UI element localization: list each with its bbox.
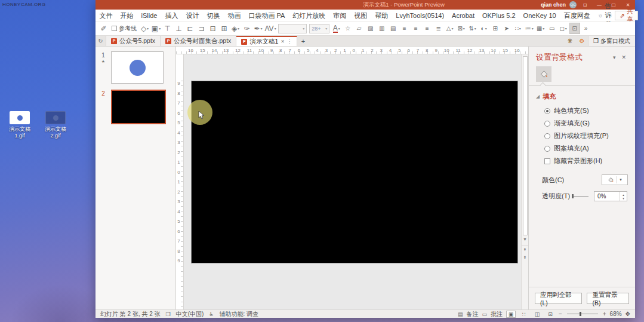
align-text-right-icon[interactable]: ≡	[422, 23, 433, 34]
fill-tab-button[interactable]	[536, 66, 551, 82]
tab-close-icon[interactable]: ✕	[281, 39, 285, 44]
vertical-ruler[interactable]: 9876543210123456789	[176, 54, 184, 309]
align-text-center-icon[interactable]: ≡	[411, 23, 421, 34]
menu-file[interactable]: 文件	[95, 10, 116, 22]
theme-colors-icon[interactable]: ◐	[479, 23, 489, 34]
radio-solid-fill[interactable]: 纯色填充(S)	[529, 105, 635, 117]
slider-handle[interactable]	[572, 194, 574, 198]
table-icon[interactable]: ⊞	[490, 23, 501, 34]
bring-forward-icon[interactable]: ▱	[354, 23, 365, 34]
hide-background-checkbox[interactable]: 隐藏背景图形(H)	[529, 155, 635, 167]
user-name[interactable]: qian chen	[541, 2, 566, 8]
new-window-icon[interactable]: ◻	[558, 23, 569, 34]
menu-pocket-animation[interactable]: 口袋动画 PA	[245, 10, 289, 22]
gear-icon[interactable]: ⚙	[576, 36, 588, 46]
text-box-icon[interactable]: ▣	[151, 23, 162, 34]
radio-gradient-fill[interactable]: 渐变填充(G)	[529, 117, 635, 130]
overflow-icon[interactable]: »	[581, 23, 591, 34]
transparency-spinner[interactable]: 0% ▴ ▾	[594, 191, 627, 201]
slideshow-view-icon[interactable]: ⊡	[546, 311, 555, 317]
slide-thumbnail-2[interactable]: 2	[95, 90, 175, 124]
reading-view-icon[interactable]: ◫	[532, 311, 542, 317]
menu-transitions[interactable]: 切换	[203, 10, 224, 22]
shapes-icon[interactable]: ◇	[140, 23, 150, 34]
scrollbar-thumb[interactable]	[523, 56, 528, 235]
tab-yanshiwengao1[interactable]: P 演示文稿1 ✕ ⋮	[236, 36, 297, 46]
numbering-icon[interactable]: ≔	[524, 23, 535, 34]
shape-outline-icon[interactable]: △	[445, 23, 455, 34]
tab-gongzhonghao-cover[interactable]: P 公众号封面集合.pptx	[161, 36, 236, 46]
selection-icon[interactable]: ➤	[501, 23, 512, 34]
panel-collapse-icon[interactable]: ▾	[610, 54, 619, 60]
slide-sorter-view-icon[interactable]: ∷	[519, 311, 529, 317]
format-painter-icon[interactable]: ✐	[98, 23, 109, 34]
shape-fill-icon[interactable]: ◈	[230, 23, 241, 34]
notes-toggle[interactable]: 备注	[466, 310, 478, 318]
zoom-out-icon[interactable]: −	[559, 311, 562, 317]
bug-icon[interactable]: ❋	[564, 36, 576, 46]
previous-slide-icon[interactable]: ⇞	[522, 246, 529, 253]
slide-thumbnail[interactable]	[111, 90, 166, 124]
reset-background-button[interactable]: 重置背景(B)	[587, 293, 629, 304]
apply-to-all-button[interactable]: 应用到全部(L)	[535, 293, 582, 304]
tab-history-icon[interactable]: ↻	[95, 36, 106, 46]
zoom-slider-handle[interactable]	[580, 312, 581, 316]
font-color-icon[interactable]: A	[331, 23, 342, 34]
radio-pattern-fill[interactable]: 图案填充(A)	[529, 142, 635, 155]
desktop-icon-gif1[interactable]: 演示文稿1.gif	[6, 111, 33, 140]
send-backward-icon[interactable]: ▨	[365, 23, 376, 34]
menu-insert[interactable]: 插入	[161, 10, 182, 22]
spellcheck-book-icon[interactable]: ❒	[166, 311, 171, 317]
char-spacing-icon[interactable]: AV	[264, 23, 277, 34]
eyedropper-icon[interactable]: ✑	[242, 23, 252, 34]
multi-window-mode-button[interactable]: ❐ 多窗口模式	[588, 36, 635, 46]
align-right-object-icon[interactable]: ⊐	[196, 23, 207, 34]
slide-thumbnail-1[interactable]: 1 ★	[95, 51, 175, 84]
menu-help[interactable]: 帮助	[371, 10, 392, 22]
align-bottom-icon[interactable]: ⊥	[174, 23, 184, 34]
menu-design[interactable]: 设计	[182, 10, 203, 22]
language-status[interactable]: 中文(中国)	[176, 310, 204, 318]
guides-checkbox[interactable]: 参考线	[112, 24, 137, 33]
menu-lvyhtools[interactable]: LvyhTools(0514)	[392, 10, 448, 22]
slide-2-black-canvas[interactable]	[191, 81, 518, 263]
borders-icon[interactable]: ▦	[535, 23, 546, 34]
menu-view[interactable]: 视图	[350, 10, 371, 22]
fill-color-button[interactable]: ▾	[602, 174, 628, 185]
new-tab-button[interactable]: +	[297, 36, 309, 46]
menu-review[interactable]: 审阅	[329, 10, 350, 22]
vertical-scrollbar[interactable]: ▼ ⇞ ⇟	[521, 54, 528, 309]
distribute-horizontal-icon[interactable]: ⊞	[219, 23, 230, 34]
user-avatar[interactable]: QC	[569, 1, 577, 8]
menu-slideshow[interactable]: 幻灯片放映	[289, 10, 329, 22]
menu-baidu-netdisk[interactable]: 百度网盘	[560, 10, 594, 22]
menu-animations[interactable]: 动画	[224, 10, 245, 22]
align-left-object-icon[interactable]: ⊏	[185, 23, 196, 34]
desktop-icon-gif2[interactable]: 演示文稿2.gif	[42, 111, 69, 140]
ribbon-display-options-icon[interactable]: ⊡	[578, 0, 592, 10]
zoom-in-icon[interactable]: +	[603, 311, 606, 317]
share-button[interactable]: ⇗ 共享	[615, 11, 637, 20]
transparency-value[interactable]: 0%	[594, 193, 620, 200]
menu-islide[interactable]: iSlide	[137, 10, 161, 22]
justify-icon[interactable]: ≣	[433, 23, 444, 34]
fill-section-header[interactable]: ◢ 填充	[529, 86, 635, 105]
layout-grid-icon[interactable]: ⊡	[569, 23, 580, 34]
align-text-left-icon[interactable]: ≡	[399, 23, 410, 34]
crop-icon[interactable]: ⊠	[456, 23, 467, 34]
font-size-select[interactable]: 28+▾	[309, 24, 329, 33]
fit-to-window-icon[interactable]: ✥	[625, 311, 630, 317]
zoom-level[interactable]: 68%	[610, 311, 622, 317]
bullets-icon[interactable]: ∷	[513, 23, 523, 34]
scroll-down-icon[interactable]: ▼	[522, 235, 529, 243]
group-icon[interactable]: ▥	[377, 23, 387, 34]
next-slide-icon[interactable]: ⇟	[522, 253, 529, 261]
normal-view-icon[interactable]: ▣	[506, 311, 516, 318]
menu-acrobat[interactable]: Acrobat	[448, 10, 479, 22]
ungroup-icon[interactable]: ▤	[388, 23, 399, 34]
spinner-down-icon[interactable]: ▾	[623, 197, 624, 200]
zoom-slider[interactable]	[567, 314, 598, 314]
line-spacing-icon[interactable]: ⇅	[467, 23, 478, 34]
distribute-vertical-icon[interactable]: ⊟	[208, 23, 218, 34]
transparency-slider[interactable]	[573, 196, 588, 197]
